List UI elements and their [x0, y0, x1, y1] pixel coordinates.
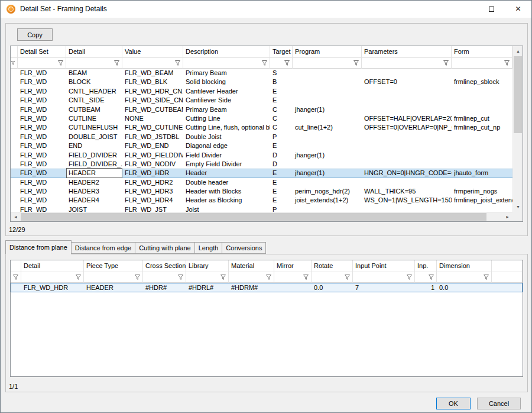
cell[interactable]: jhauto_form [452, 169, 512, 178]
cell[interactable]: 0.0 [312, 283, 353, 292]
filter-icon[interactable] [483, 274, 489, 280]
tab-conversions[interactable]: Conversions [222, 242, 266, 254]
cell[interactable] [362, 178, 452, 187]
cell[interactable]: FLR_WD_HDR3 [122, 187, 183, 196]
scroll-up-button[interactable]: ▲ [513, 46, 523, 56]
filter-cell[interactable] [229, 272, 274, 283]
column-header-material[interactable]: Material [229, 260, 274, 272]
column-header-detail[interactable]: Detail [21, 260, 84, 272]
filter-icon[interactable] [134, 274, 141, 280]
cell[interactable]: C [270, 105, 293, 114]
filter-cell[interactable] [183, 58, 270, 69]
cell[interactable]: FLR_WD_HDR4 [122, 196, 183, 205]
cell[interactable]: HEADER [66, 169, 122, 178]
filter-cell[interactable] [11, 272, 21, 283]
cell[interactable] [293, 78, 362, 86]
column-header-parameters[interactable]: Parameters [362, 46, 452, 58]
cell[interactable]: OFFSET=0 [362, 78, 452, 86]
scroll-left-button[interactable]: ◄ [11, 212, 21, 222]
table-row[interactable]: FLR_WDJOISTFLR_WD_JSTJoistP [11, 205, 512, 212]
tab-length[interactable]: Length [194, 242, 223, 254]
cell[interactable] [293, 114, 362, 123]
cell[interactable]: B [270, 78, 293, 86]
cell[interactable]: D [270, 160, 293, 169]
cell[interactable]: Field Divider [183, 151, 270, 160]
cell[interactable]: FLR_WD [18, 114, 66, 123]
cell[interactable] [11, 123, 18, 132]
cell[interactable]: E [270, 87, 293, 96]
cell[interactable] [452, 151, 512, 160]
cell[interactable] [11, 160, 18, 169]
cell[interactable] [11, 196, 18, 205]
table-row[interactable]: FLR_WDDOUBLE_JOISTFLR_WD_JSTDBLDouble Jo… [11, 133, 512, 141]
cell[interactable] [452, 96, 512, 105]
filter-cell[interactable] [21, 272, 84, 283]
cell[interactable]: FLR_WD [18, 141, 66, 150]
inline-editor[interactable]: HEADER [66, 168, 122, 178]
filter-icon[interactable] [177, 274, 184, 280]
filter-cell[interactable] [353, 272, 415, 283]
cell[interactable]: FLR_WD_FIELDDIV [122, 151, 183, 160]
table-row[interactable]: FLR_WDFIELD_DIVIDERFLR_WD_FIELDDIVField … [11, 151, 512, 160]
vertical-scrollbar[interactable]: ▲▼ [512, 46, 523, 212]
cell[interactable]: Cantiliever Side [183, 96, 270, 105]
cell[interactable]: CUTBEAM [66, 105, 122, 114]
cell[interactable]: C [270, 114, 293, 123]
copy-button[interactable]: Copy [17, 28, 53, 41]
filter-cell[interactable] [312, 272, 353, 283]
column-header-detail-set[interactable]: Detail Set [18, 46, 66, 58]
table-row[interactable]: FLR_WDENDFLR_WD_ENDDiagonal edgeE [11, 141, 512, 150]
cell[interactable]: CUTLINEFLUSH [66, 123, 122, 132]
column-header-program[interactable]: Program [293, 46, 362, 58]
cell[interactable]: Header with Blocks [183, 187, 270, 196]
cell[interactable]: E [270, 169, 293, 178]
cell[interactable]: E [270, 141, 293, 150]
cell[interactable] [274, 283, 312, 292]
column-header-value[interactable]: Value [122, 46, 183, 58]
cell[interactable] [492, 283, 523, 292]
filter-icon[interactable] [113, 60, 120, 66]
filter-cell[interactable] [437, 272, 492, 283]
cell[interactable]: frmlinep_joist_extends [452, 196, 512, 205]
cell[interactable] [293, 133, 362, 141]
cell[interactable]: BEAM [66, 69, 122, 78]
cell[interactable]: FLR_WD_HDR_CN... [122, 87, 183, 96]
table-row[interactable]: FLR_WDCNTL_SIDEFLR_WD_SIDE_CN...Cantilie… [11, 96, 512, 105]
cell[interactable]: HEADER3 [66, 187, 122, 196]
scroll-down-button[interactable]: ▼ [513, 202, 523, 212]
cell[interactable]: FLR_WD_CUTBEAM [122, 105, 183, 114]
table-row[interactable]: FLR_WDBEAMFLR_WD_BEAMPrimary BeamS [11, 69, 512, 78]
cell[interactable]: D [270, 151, 293, 160]
cell[interactable] [362, 87, 452, 96]
cell[interactable]: FLR_WD [18, 160, 66, 169]
cell[interactable] [362, 96, 452, 105]
cell[interactable]: frmlinep_cut_np [452, 123, 512, 132]
maximize-button[interactable] [478, 1, 505, 18]
cell[interactable]: #HDR# [143, 283, 186, 292]
filter-icon[interactable] [303, 274, 309, 280]
cell[interactable] [452, 178, 512, 187]
table-row[interactable]: FLR_WDCUTLINEFLUSHFLR_WD_CUTLINE2Cutting… [11, 123, 512, 132]
cell[interactable] [11, 141, 18, 150]
cell[interactable]: Primary Beam [183, 105, 270, 114]
cell[interactable] [11, 96, 18, 105]
filter-icon[interactable] [75, 274, 82, 280]
cell[interactable]: S [270, 69, 293, 78]
cell[interactable]: FLR_WD_BEAM [122, 69, 183, 78]
cell[interactable]: FLR_WD_HDR [122, 169, 183, 178]
filter-icon[interactable] [261, 60, 268, 66]
cell[interactable] [452, 133, 512, 141]
cell[interactable]: WS_ON=1|WS_LENGTH=150|BL... [362, 196, 452, 205]
cell[interactable] [293, 87, 362, 96]
filter-cell[interactable] [452, 58, 512, 69]
cell[interactable] [293, 96, 362, 105]
cell[interactable]: END [66, 141, 122, 150]
cell[interactable] [11, 133, 18, 141]
cell[interactable]: E [270, 178, 293, 187]
cell[interactable] [11, 69, 18, 78]
cell[interactable]: Cutting Line [183, 114, 270, 123]
filter-cell[interactable] [143, 272, 186, 283]
cell[interactable]: FLR_WD_END [122, 141, 183, 150]
cell[interactable]: P [270, 205, 293, 212]
table-row[interactable]: FLR_WDCNTL_HEADERFLR_WD_HDR_CN...Cantile… [11, 87, 512, 96]
